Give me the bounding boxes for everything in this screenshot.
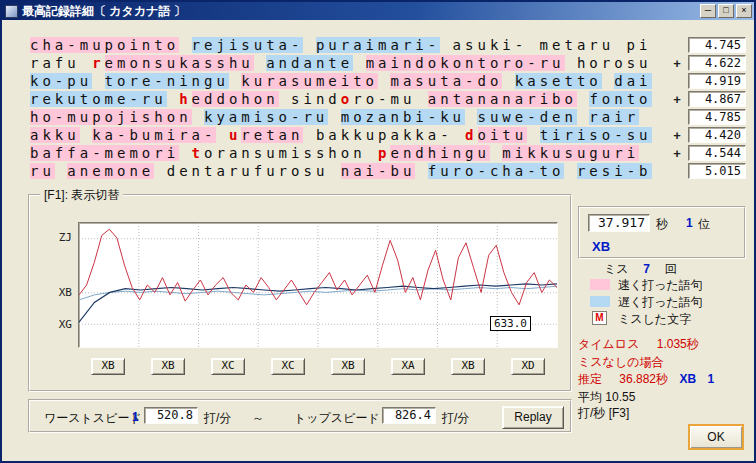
total-time-unit: 秒 (656, 216, 668, 233)
line-grade-buttons: XBXBXCXCXBXAXBXD (78, 358, 558, 376)
word-segment-slow: suwe-den (477, 109, 576, 125)
ok-button[interactable]: OK (688, 424, 744, 450)
line-time-value: 4.919 (688, 73, 746, 89)
word-segment-plain (564, 163, 576, 179)
word-line-text: baffa-memori toransumisshon pendhingu mi… (30, 145, 639, 163)
fast-swatch (590, 279, 610, 290)
line-time-value: 4.622 (688, 55, 746, 71)
word-segment-fast: ka-bumira- (92, 127, 216, 143)
miss-count: 7 (643, 262, 650, 276)
word-segment-plain (577, 109, 589, 125)
word-line-text: akku ka-bumira- uretan bakkupakka- doitu… (30, 127, 652, 145)
word-segment-miss: r (92, 55, 104, 71)
estimate-label: 推定 (578, 372, 602, 386)
miss-unit: 回 (665, 262, 677, 276)
slow-swatch (590, 296, 610, 307)
word-line-text: cha-mupointo rejisuta- puraimari- asuki-… (30, 37, 651, 55)
word-segment-fast: eddohon (192, 91, 279, 107)
word-segment-miss: u (229, 127, 241, 143)
word-segment-miss: h (179, 91, 191, 107)
word-segment-plain: ro-mu (353, 91, 428, 107)
word-segment-slow: tiriso-su (540, 127, 652, 143)
word-segment-fast: mikkusuguri (502, 145, 639, 161)
nomiss-line: ミスなしの場合 (578, 354, 663, 371)
estimate-value: 36.882秒 (619, 372, 668, 386)
word-segment-fast: maindokontoro-ru (366, 55, 565, 71)
word-segment-fast: retan (241, 127, 303, 143)
word-line: ko-pu tore-ningu kurasumeito masuta-do k… (30, 73, 746, 91)
word-segment-plain (490, 145, 502, 161)
timeloss-label: タイムロス (578, 337, 639, 351)
word-segment-slow: resi-b (577, 163, 652, 179)
chart-groupbox-label: [F1]: 表示切替 (40, 187, 123, 204)
speed-chart: 633.0 (78, 222, 558, 348)
grade-button-6[interactable]: XA (391, 358, 425, 375)
word-segment-slow: dai (614, 73, 651, 89)
word-segment-plain (328, 109, 340, 125)
miss-plus-mark: + (670, 91, 684, 108)
minimize-button[interactable]: ─ (700, 4, 716, 18)
word-segment-plain (179, 37, 191, 53)
line-time-value: 4.745 (688, 37, 746, 53)
word-segment-slow: fonto (589, 91, 651, 107)
chart-svg (79, 223, 557, 347)
word-segment-fast: nai-bu (341, 163, 416, 179)
worst-speed-value: 520.8 (144, 407, 198, 424)
word-line-text: ko-pu tore-ningu kurasumeito masuta-do k… (30, 73, 652, 91)
rank-unit: 位 (698, 216, 710, 233)
word-line: cha-mupointo rejisuta- puraimari- asuki-… (30, 37, 746, 55)
word-line-text: rekutome-ru heddohon sindoro-mu antanana… (30, 91, 652, 109)
grade-button-1[interactable]: XB (91, 358, 125, 375)
word-lines: cha-mupointo rejisuta- puraimari- asuki-… (30, 37, 746, 181)
word-segment-plain (577, 91, 589, 107)
replay-button[interactable]: Replay (502, 406, 564, 429)
grade-button-7[interactable]: XB (451, 358, 485, 375)
word-segment-plain: oransumisshon (204, 145, 366, 161)
word-segment-slow: rair (589, 109, 639, 125)
grade-button-3[interactable]: XC (211, 358, 245, 375)
average-line-1: 平均 10.55 (578, 389, 635, 406)
word-segment-fast: kurasumeito (241, 73, 378, 89)
word-segment-plain (80, 127, 92, 143)
miss-plus-mark: + (670, 127, 684, 144)
word-line: rekutome-ru heddohon sindoro-mu antanana… (30, 91, 746, 109)
grade-badge: XB (592, 239, 610, 254)
grade-button-4[interactable]: XC (271, 358, 305, 375)
word-segment-plain (192, 109, 204, 125)
chart-groupbox: [F1]: 表示切替 633.0 XBXBXCXCXBXAXBXD ZJXBXG (28, 194, 572, 392)
legend-miss-label: ミスした文字 (618, 311, 691, 328)
miss-count-line: ミス 7 回 (604, 261, 677, 278)
word-segment-plain (55, 163, 67, 179)
word-segment-plain (179, 145, 191, 161)
word-segment-plain (216, 127, 228, 143)
chart-ylabel-ZJ: ZJ (44, 231, 72, 244)
word-segment-slow: puraimari- (316, 37, 440, 53)
worst-speed-label: ワーストスピード (44, 410, 142, 427)
grade-button-5[interactable]: XB (331, 358, 365, 375)
word-segment-fast: cha-mupointo (30, 37, 179, 53)
word-segment-fast: ru (30, 163, 55, 179)
score-panel: 37.917 秒 1 位 XB (578, 206, 746, 259)
grade-button-8[interactable]: XD (511, 358, 545, 375)
word-segment-plain (254, 55, 266, 71)
word-segment-fast: anemone (67, 163, 154, 179)
close-button[interactable]: × (736, 4, 752, 18)
miss-plus-mark: + (670, 55, 684, 72)
word-segment-plain (167, 91, 179, 107)
word-segment-slow: kyamiso-ru (204, 109, 328, 125)
word-segment-slow: mozanbi-ku (341, 109, 465, 125)
word-line: baffa-memori toransumisshon pendhingu mi… (30, 145, 746, 163)
speed-range-panel: ワーストスピード 1 520.8 打/分 ～ トップスピード 826.4 打/分… (28, 399, 572, 433)
worst-speed-unit: 打/分 (204, 410, 231, 427)
worst-speed-rank: 1 (132, 410, 139, 424)
grade-button-2[interactable]: XB (151, 358, 185, 375)
title-bar[interactable]: 最高記録詳細〔 カタカナ語 〕 ─ □ × (2, 2, 754, 20)
rank-number: 1 (686, 216, 693, 230)
line-time-value: 4.867 (688, 91, 746, 107)
range-tilde: ～ (252, 410, 264, 427)
word-segment-plain (366, 145, 378, 161)
maximize-button[interactable]: □ (718, 4, 734, 18)
word-line-text: ho-mupojishon kyamiso-ru mozanbi-ku suwe… (30, 109, 639, 127)
word-segment-slow: furo-cha-to (428, 163, 565, 179)
word-segment-plain (229, 73, 241, 89)
